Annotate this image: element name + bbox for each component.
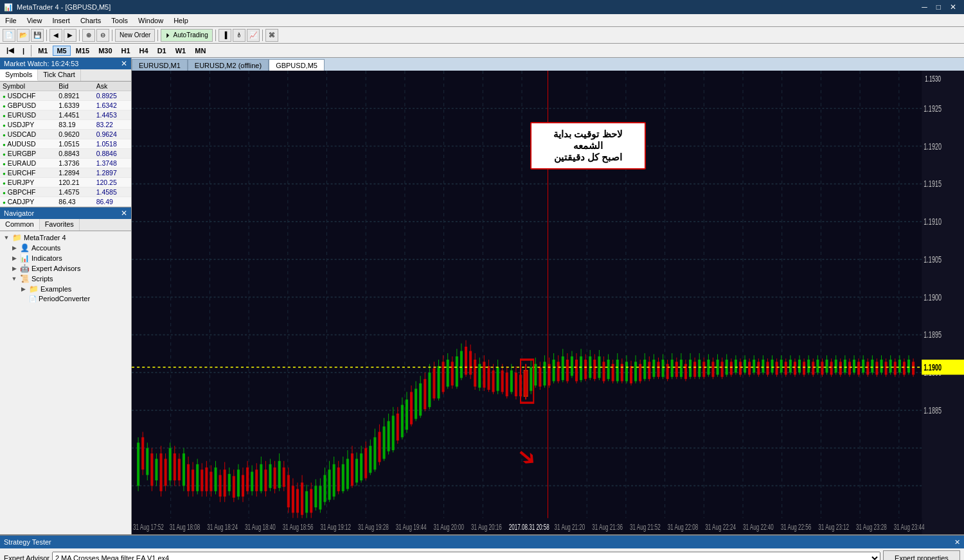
period-d1[interactable]: D1 <box>154 46 170 56</box>
market-watch-row[interactable]: ● GBPUSD 1.6339 1.6342 <box>0 101 131 110</box>
sep1 <box>46 30 47 41</box>
navigator-panel: Navigator ✕ Common Favorites ▼ 📁 MetaTra… <box>0 207 131 534</box>
market-watch-title: Market Watch: 16:24:53 <box>4 60 78 67</box>
chart-tab-gbpusd-m5[interactable]: GBPUSD,M5 <box>269 59 325 71</box>
chart-tab-eurusd-m2[interactable]: EURUSD,M2 (offline) <box>188 59 269 71</box>
candle-btn[interactable]: 🕯 <box>233 29 245 42</box>
period-h1[interactable]: H1 <box>118 46 134 56</box>
svg-text:2017.08.31 20:58: 2017.08.31 20:58 <box>509 522 549 532</box>
menu-charts[interactable]: Charts <box>75 14 106 27</box>
market-watch-row[interactable]: ● EURCHF 1.2894 1.2897 <box>0 168 131 178</box>
minimize-btn[interactable]: ─ <box>918 0 931 14</box>
tooltip-line2: اصبح كل دقيقتين <box>539 152 637 163</box>
expand-icon: ▼ <box>3 234 10 241</box>
tree-label-experts: Expert Advisors <box>31 265 80 272</box>
open-btn[interactable]: 📂 <box>17 29 30 42</box>
save-btn[interactable]: 💾 <box>31 29 44 42</box>
market-watch-row[interactable]: ● CADJPY 86.43 86.49 <box>0 197 131 207</box>
examples-folder-icon: 📁 <box>29 284 39 293</box>
expert-properties-btn[interactable]: Expert properties <box>883 550 960 560</box>
tree-accounts[interactable]: ▶ 👤 Accounts <box>1 243 130 253</box>
market-watch-row[interactable]: ● GBPCHF 1.4575 1.4585 <box>0 188 131 197</box>
nav-tabs: Common Favorites <box>0 219 131 231</box>
market-watch-row[interactable]: ● AUDUSD 1.0515 1.0518 <box>0 139 131 149</box>
period-m1[interactable]: M1 <box>34 46 51 56</box>
indicator-btn[interactable]: ⌘ <box>265 29 278 42</box>
st-close[interactable]: ✕ <box>954 538 960 547</box>
menu-insert[interactable]: Insert <box>47 14 75 27</box>
market-watch-tabs: Symbols Tick Chart <box>0 69 131 82</box>
toolbar: 📄 📂 💾 ◀ ▶ ⊕ ⊖ New Order ⏵ AutoTrading ▐ … <box>0 27 964 44</box>
mw-ask: 1.3748 <box>94 159 131 168</box>
mw-ask: 0.9624 <box>94 130 131 139</box>
tree-examples[interactable]: ▶ 📁 Examples <box>1 284 130 294</box>
market-watch-close[interactable]: ✕ <box>121 59 127 68</box>
period-m15[interactable]: M15 <box>72 46 93 56</box>
tab-common[interactable]: Common <box>0 219 40 231</box>
period-m30[interactable]: M30 <box>94 46 116 56</box>
navigator-close[interactable]: ✕ <box>121 209 127 218</box>
svg-text:31 Aug 18:40: 31 Aug 18:40 <box>245 522 276 532</box>
ea-dropdown[interactable]: 2 MA Crosses Mega filter EA V1.ex4 <box>52 552 880 560</box>
menu-file[interactable]: File <box>0 14 22 27</box>
market-watch-row[interactable]: ● USDCHF 0.8921 0.8925 <box>0 91 131 101</box>
market-watch-row[interactable]: ● EURGBP 0.8843 0.8846 <box>0 149 131 159</box>
menu-help[interactable]: Help <box>168 14 193 27</box>
menu-tools[interactable]: Tools <box>106 14 133 27</box>
period-mn[interactable]: MN <box>191 46 210 56</box>
mw-symbol: ● USDJPY <box>0 120 56 130</box>
svg-text:31 Aug 19:12: 31 Aug 19:12 <box>320 522 351 532</box>
expand-icon-examples: ▶ <box>19 286 27 292</box>
mw-symbol: ● EURJPY <box>0 178 56 188</box>
tree-indicators[interactable]: ▶ 📊 Indicators <box>1 253 130 263</box>
market-watch-row[interactable]: ● EURAUD 1.3736 1.3748 <box>0 159 131 168</box>
svg-text:1.1925: 1.1925 <box>924 103 942 114</box>
mw-ask: 1.4585 <box>94 188 131 197</box>
svg-text:31 Aug 21:52: 31 Aug 21:52 <box>630 522 661 532</box>
tab-favorites[interactable]: Favorites <box>40 219 80 231</box>
period-h4[interactable]: H4 <box>136 46 152 56</box>
period-cursor[interactable]: | <box>19 46 28 56</box>
title-bar-controls[interactable]: ─ □ ✕ <box>918 0 960 14</box>
new-order-btn[interactable]: New Order <box>115 29 155 42</box>
new-chart-btn[interactable]: 📄 <box>3 29 15 42</box>
mw-ask: 1.0518 <box>94 139 131 149</box>
market-watch-row[interactable]: ● USDJPY 83.19 83.22 <box>0 120 131 130</box>
st-header: Strategy Tester ✕ <box>0 536 964 548</box>
tab-tick-chart[interactable]: Tick Chart <box>38 69 81 81</box>
period-m5[interactable]: M5 <box>53 46 70 56</box>
sep6 <box>262 30 263 41</box>
tree-scripts[interactable]: ▼ 📜 Scripts <box>1 274 130 284</box>
tree-label-scripts: Scripts <box>31 275 53 283</box>
mw-symbol: ● EURAUD <box>0 159 56 168</box>
maximize-btn[interactable]: □ <box>933 0 945 14</box>
chart-tab-eurusd-m1[interactable]: EURUSD,M1 <box>132 59 188 71</box>
tree-period-converter[interactable]: 📄 PeriodConverter <box>1 294 130 303</box>
expand-icon-scripts: ▼ <box>10 276 18 282</box>
tree-experts[interactable]: ▶ 🤖 Expert Advisors <box>1 263 130 274</box>
tree-metatrader4[interactable]: ▼ 📁 MetaTrader 4 <box>1 232 130 243</box>
close-btn[interactable]: ✕ <box>946 0 960 14</box>
menu-view[interactable]: View <box>22 14 48 27</box>
line-chart-btn[interactable]: 📈 <box>247 29 260 42</box>
market-watch-row[interactable]: ● EURJPY 120.21 120.25 <box>0 178 131 188</box>
market-watch-row[interactable]: ● USDCAD 0.9620 0.9624 <box>0 130 131 139</box>
menu-window[interactable]: Window <box>133 14 168 27</box>
zoom-out-btn[interactable]: ⊖ <box>96 29 109 42</box>
autotrading-btn[interactable]: ⏵ AutoTrading <box>161 29 212 42</box>
chart-tabs: EURUSD,M1 EURUSD,M2 (offline) GBPUSD,M5 <box>132 58 964 71</box>
forward-btn[interactable]: ▶ <box>64 29 76 42</box>
period-w1[interactable]: W1 <box>172 46 190 56</box>
menu-bar: File View Insert Charts Tools Window Hel… <box>0 14 964 27</box>
col-symbol: Symbol <box>0 82 56 91</box>
svg-text:1.1900: 1.1900 <box>924 292 942 302</box>
bar-chart-btn[interactable]: ▐ <box>219 29 231 42</box>
zoom-in-btn[interactable]: ⊕ <box>82 29 95 42</box>
mw-bid: 1.0515 <box>56 139 93 149</box>
market-watch-row[interactable]: ● EURUSD 1.4451 1.4453 <box>0 110 131 120</box>
period-arrow-left[interactable]: |◀ <box>3 45 17 56</box>
back-btn[interactable]: ◀ <box>49 29 62 42</box>
tree-label-indicators: Indicators <box>31 254 62 262</box>
tab-symbols[interactable]: Symbols <box>0 69 38 81</box>
mw-ask: 0.8846 <box>94 149 131 159</box>
